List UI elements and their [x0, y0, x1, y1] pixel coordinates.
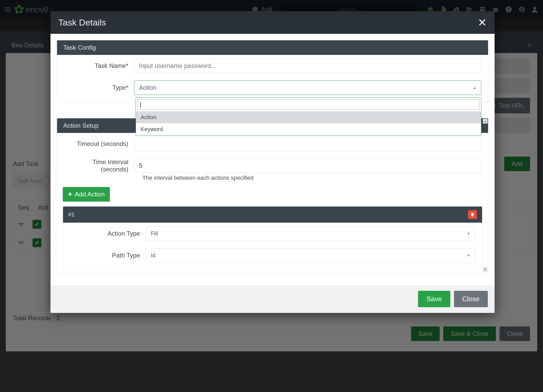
task-details-modal: Task Details ✕ Task Config Task Name* Ty…	[50, 11, 495, 313]
modal-save-button[interactable]: Save	[418, 291, 450, 307]
close-icon[interactable]: ✕	[478, 20, 487, 25]
task-config-card: Task Config Task Name* Type* Action ▲ Ac…	[57, 40, 488, 102]
action-type-value: Fill	[151, 230, 158, 237]
scroll-control: ▲ ▼	[482, 118, 488, 272]
type-value: Action	[139, 84, 156, 91]
type-option-action[interactable]: Action	[136, 111, 481, 123]
task-config-header: Task Config	[57, 40, 488, 55]
type-dropdown: Action Keyword	[136, 98, 481, 136]
caret-down-icon: ▼	[467, 232, 470, 236]
type-option-keyword[interactable]: Keyword	[136, 123, 481, 135]
action-type-select[interactable]: Fill ▼	[146, 226, 475, 241]
interval-input[interactable]	[134, 158, 481, 173]
scroll-up-button[interactable]: ▲	[483, 119, 488, 124]
path-type-value: Id	[151, 252, 155, 259]
task-name-input[interactable]	[134, 59, 481, 73]
action-type-label: Action Type	[70, 230, 143, 237]
path-type-select[interactable]: Id ▼	[146, 248, 475, 263]
delete-action-button[interactable]	[468, 210, 477, 219]
trash-icon	[470, 212, 475, 217]
action-setup-card: Action Setup Timeout (seconds) Time Inte…	[57, 118, 488, 273]
action-block-1: #1 Action Type Fill ▼ Path Type	[63, 206, 482, 267]
type-label: Type*	[64, 84, 131, 91]
interval-label: Time Interval (seconds)	[64, 158, 131, 173]
add-action-label: Add Action	[75, 191, 105, 198]
type-dropdown-search[interactable]	[137, 99, 479, 110]
interval-help: The interval between each actions specif…	[136, 175, 488, 186]
plus-icon: +	[68, 192, 72, 196]
task-name-label: Task Name*	[64, 62, 131, 69]
path-type-label: Path Type	[70, 252, 143, 259]
add-action-button[interactable]: + Add Action	[63, 187, 110, 202]
timeout-label: Timeout (seconds)	[64, 140, 131, 147]
type-select[interactable]: Action ▲	[134, 80, 481, 95]
timeout-input[interactable]	[134, 137, 481, 151]
scroll-down-button[interactable]: ▼	[483, 267, 488, 272]
modal-close-button[interactable]: Close	[454, 291, 488, 307]
action-1-title: #1	[68, 211, 74, 218]
caret-down-icon: ▼	[467, 253, 470, 258]
modal-title: Task Details	[58, 17, 106, 28]
caret-up-icon: ▲	[473, 86, 476, 90]
